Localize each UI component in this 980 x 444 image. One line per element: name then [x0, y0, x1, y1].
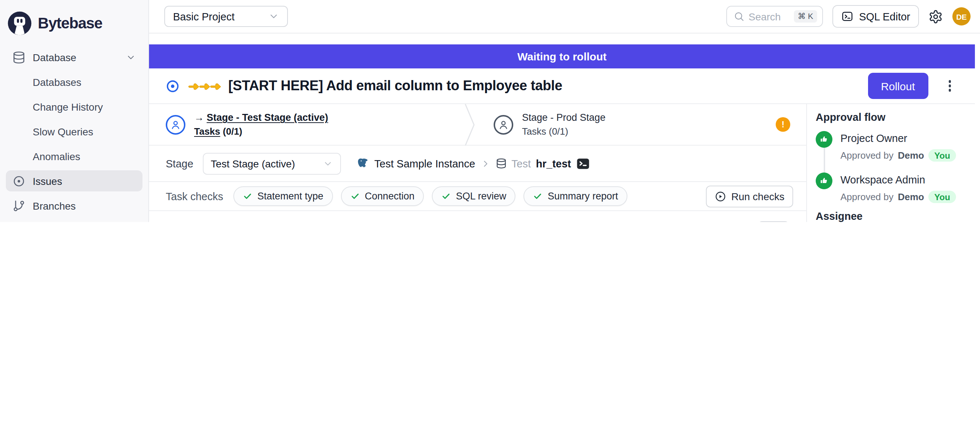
- sql-editor-label: SQL Editor: [859, 11, 910, 22]
- approval-role: Workspace Admin: [840, 172, 956, 185]
- content-row: → Stage - Test Stage (active) Tasks (0/1…: [149, 104, 975, 222]
- stage-prod-title: Stage - Prod Stage: [522, 112, 606, 123]
- project-select-value: Basic Project: [173, 11, 234, 22]
- issue-detail-column: → Stage - Test Stage (active) Tasks (0/1…: [149, 104, 806, 222]
- stage-pipeline: → Stage - Test Stage (active) Tasks (0/1…: [149, 104, 806, 145]
- you-badge: You: [928, 149, 956, 161]
- sidebar-item-issues[interactable]: Issues: [6, 170, 143, 192]
- open-in-sql-editor-icon[interactable]: [576, 158, 589, 169]
- chevron-down-icon: [323, 158, 333, 169]
- stage-label: Stage: [166, 158, 193, 169]
- sql-editor-button[interactable]: SQL Editor: [832, 5, 919, 28]
- top-navbar: Basic Project Search ⌘ K SQL Editor: [149, 0, 980, 34]
- main-area: Waiting to rollout [START HERE] Add emai…: [149, 34, 975, 222]
- check-pill-sql-review[interactable]: SQL review: [432, 186, 516, 206]
- sql-section: SQL Edit 1 ALTER TABLE employee ADD COLU…: [149, 211, 806, 222]
- check-icon: [441, 192, 451, 201]
- stage-select-row: Stage Test Stage (active) Test Sample In…: [149, 145, 806, 182]
- warning-badge: !: [776, 117, 790, 132]
- database-link[interactable]: hr_test: [536, 158, 571, 169]
- stage-select[interactable]: Test Stage (active): [203, 152, 341, 174]
- thumbs-up-icon: [816, 131, 832, 148]
- task-checks-row: Task checks Statement type Connection SQ…: [149, 182, 806, 211]
- sidebar-item-label: Anomalies: [33, 150, 80, 162]
- approver-name: Demo: [898, 192, 924, 202]
- rollout-button[interactable]: Rollout: [868, 73, 928, 99]
- check-icon: [533, 192, 543, 201]
- environment-label: Test: [511, 158, 531, 169]
- sidebar: Bytebase Database Databases Change Histo…: [0, 0, 149, 222]
- approval-step: Workspace Admin Approved by Demo You: [816, 172, 965, 203]
- terminal-icon: [841, 10, 853, 22]
- project-select[interactable]: Basic Project: [164, 6, 288, 27]
- approval-status: Approved by Demo You: [840, 149, 956, 161]
- you-badge: You: [928, 191, 956, 203]
- stage-prod-tasks: Tasks (0/1): [522, 126, 606, 137]
- stage-test-cell[interactable]: → Stage - Test Stage (active) Tasks (0/1…: [149, 112, 469, 137]
- bytebase-logo[interactable]: Bytebase: [6, 6, 143, 38]
- sidebar-item-label: Databases: [33, 76, 81, 88]
- status-banner: Waiting to rollout: [149, 45, 975, 69]
- database-icon: [495, 158, 506, 169]
- sidebar-item-label: Issues: [33, 175, 62, 187]
- stage-prod-cell[interactable]: Stage - Prod Stage Tasks (0/1): [469, 112, 606, 137]
- circle-dot-icon: [12, 174, 25, 187]
- active-arrow: →: [194, 112, 204, 123]
- stage-test-title: → Stage - Test Stage (active): [194, 112, 328, 123]
- database-icon: [12, 51, 25, 64]
- issue-status-icon: [166, 79, 180, 93]
- search-icon: [733, 11, 744, 22]
- thumbs-up-icon: [816, 172, 832, 189]
- run-checks-button[interactable]: Run checks: [706, 185, 793, 207]
- sql-edit-button[interactable]: Edit: [759, 221, 789, 222]
- approval-status: Approved by Demo You: [840, 191, 956, 203]
- sidebar-item-label: Slow Queries: [33, 126, 94, 137]
- play-circle-icon: [714, 190, 726, 202]
- sidebar-item-database[interactable]: Database: [6, 46, 143, 68]
- sidebar-item-label: Database: [33, 51, 76, 63]
- issue-sidebar: Approval flow Project Owner Approved by …: [806, 104, 975, 222]
- sidebar-item-changelists[interactable]: Changelists: [6, 220, 143, 222]
- sidebar-item-branches[interactable]: Branches: [6, 195, 143, 216]
- bytebase-logo-icon: [7, 11, 32, 35]
- check-pill-statement-type[interactable]: Statement type: [233, 186, 333, 206]
- approval-flow-heading: Approval flow: [816, 111, 965, 123]
- brand-name: Bytebase: [38, 14, 102, 32]
- stage-select-value: Test Stage (active): [211, 158, 295, 169]
- approval-step: Project Owner Approved by Demo You: [816, 131, 965, 172]
- chevron-down-icon: [268, 11, 279, 22]
- search-input[interactable]: Search ⌘ K: [726, 6, 822, 27]
- check-pill-connection[interactable]: Connection: [341, 186, 424, 206]
- issue-header: [START HERE] Add email column to Employe…: [149, 69, 975, 104]
- check-icon: [243, 192, 252, 201]
- approval-steps: Project Owner Approved by Demo You: [816, 131, 965, 203]
- user-avatar[interactable]: DE: [952, 7, 970, 26]
- chevron-right-icon: [480, 158, 490, 169]
- step-connector-line: [823, 148, 825, 175]
- assignee-heading: Assignee: [816, 210, 965, 222]
- bytebase-app: Bytebase Database Databases Change Histo…: [0, 0, 980, 222]
- sidebar-item-label: Branches: [33, 200, 76, 211]
- database-breadcrumb: Test Sample Instance Test hr_test: [357, 157, 589, 169]
- instance-link[interactable]: Test Sample Instance: [374, 158, 475, 169]
- kebab-menu-icon[interactable]: [945, 78, 954, 94]
- stage-test-tasks: Tasks (0/1): [194, 126, 328, 137]
- approver-name: Demo: [898, 150, 924, 161]
- sidebar-item-slow-queries[interactable]: Slow Queries: [6, 121, 143, 142]
- pointing-finger-emojis: [188, 80, 220, 92]
- settings-gear-icon[interactable]: [928, 9, 943, 24]
- keyboard-shortcut-badge: ⌘ K: [794, 10, 817, 22]
- sidebar-item-anomalies[interactable]: Anomalies: [6, 145, 143, 167]
- check-pill-summary-report[interactable]: Summary report: [524, 186, 628, 206]
- issue-title: [START HERE] Add email column to Employe…: [228, 78, 562, 94]
- sidebar-item-change-history[interactable]: Change History: [6, 96, 143, 117]
- stage-separator: [465, 104, 475, 145]
- sidebar-item-label: Change History: [33, 101, 103, 112]
- git-branch-icon: [12, 199, 25, 212]
- task-checks-label: Task checks: [166, 190, 223, 202]
- check-icon: [350, 192, 360, 201]
- sidebar-item-databases[interactable]: Databases: [6, 71, 143, 93]
- search-placeholder: Search: [748, 11, 781, 22]
- postgresql-icon: [357, 157, 369, 169]
- person-circle-icon: [166, 115, 185, 134]
